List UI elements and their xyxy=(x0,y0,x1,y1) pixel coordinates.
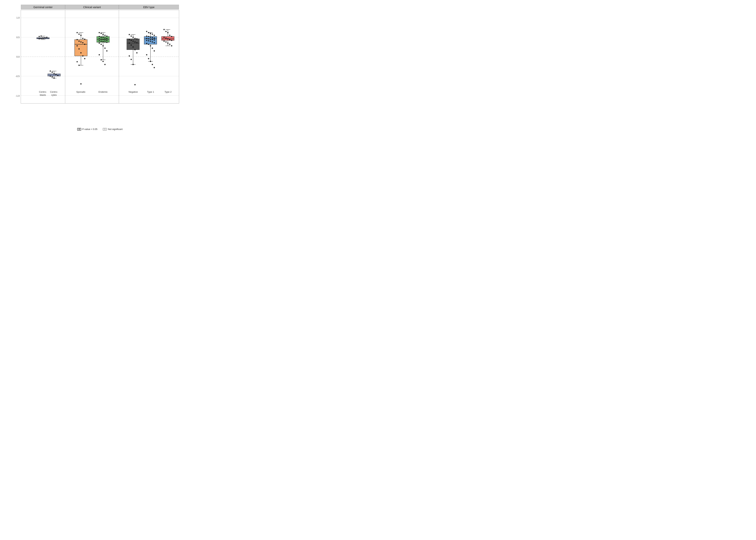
svg-point-50 xyxy=(76,45,78,47)
svg-point-83 xyxy=(106,42,107,43)
svg-point-76 xyxy=(102,39,104,40)
svg-point-105 xyxy=(131,40,132,41)
svg-point-104 xyxy=(129,39,130,40)
chart-container: Germinal centerClinical variantEBV type … xyxy=(6,3,183,132)
svg-point-174 xyxy=(171,45,172,47)
x-label-3: Endemic xyxy=(98,90,108,93)
facet-header-1: Clinical variant xyxy=(65,5,119,9)
svg-point-75 xyxy=(101,39,102,40)
svg-point-161 xyxy=(166,31,167,32)
svg-point-168 xyxy=(169,39,171,40)
svg-point-152 xyxy=(152,64,153,65)
svg-point-147 xyxy=(152,48,153,49)
svg-point-127 xyxy=(152,34,153,35)
svg-point-126 xyxy=(150,33,151,34)
svg-point-117 xyxy=(134,84,136,85)
svg-point-163 xyxy=(169,35,171,36)
svg-point-43 xyxy=(82,38,83,39)
svg-point-141 xyxy=(150,41,151,42)
svg-point-53 xyxy=(82,55,83,57)
y-tick-label: -0.5 xyxy=(16,75,20,77)
svg-point-99 xyxy=(129,34,130,35)
svg-point-72 xyxy=(104,38,106,39)
svg-point-69 xyxy=(99,36,100,37)
svg-point-67 xyxy=(104,35,106,36)
svg-point-116 xyxy=(132,64,134,65)
svg-rect-93 xyxy=(127,39,139,50)
svg-point-166 xyxy=(166,38,167,39)
svg-point-51 xyxy=(78,48,80,50)
svg-point-44 xyxy=(84,39,85,40)
svg-point-151 xyxy=(150,61,151,62)
svg-point-124 xyxy=(146,31,147,32)
svg-point-48 xyxy=(82,42,83,43)
svg-point-71 xyxy=(102,37,104,38)
svg-point-18 xyxy=(39,36,40,37)
svg-point-107 xyxy=(134,41,136,43)
svg-point-49 xyxy=(84,44,85,45)
legend-box-significant xyxy=(77,128,81,130)
svg-point-79 xyxy=(99,40,100,42)
svg-point-40 xyxy=(76,32,78,33)
svg-point-162 xyxy=(167,32,169,33)
svg-point-16 xyxy=(44,37,46,38)
svg-point-87 xyxy=(104,48,106,49)
legend-label-not-significant: Not significant xyxy=(108,128,123,130)
svg-point-31 xyxy=(50,75,51,77)
svg-point-33 xyxy=(54,77,55,79)
svg-point-164 xyxy=(171,36,172,37)
svg-point-85 xyxy=(101,44,102,45)
svg-point-171 xyxy=(166,41,167,43)
svg-point-160 xyxy=(164,29,165,30)
svg-point-13 xyxy=(39,38,40,40)
svg-point-66 xyxy=(102,34,104,35)
svg-point-32 xyxy=(52,76,53,77)
x-labels-container: Centro-blastsCentro-cytesSporadicEndemic… xyxy=(21,89,179,103)
svg-point-42 xyxy=(80,35,81,36)
svg-point-17 xyxy=(46,37,47,38)
svg-point-28 xyxy=(54,73,55,74)
svg-point-100 xyxy=(131,36,132,37)
svg-point-81 xyxy=(102,41,104,42)
svg-point-54 xyxy=(84,58,85,59)
svg-point-169 xyxy=(171,40,172,41)
svg-point-45 xyxy=(76,39,78,40)
svg-point-52 xyxy=(80,52,81,54)
svg-point-84 xyxy=(99,43,100,44)
legend-items: P-value < 0.05 Not significant xyxy=(77,128,123,130)
svg-point-88 xyxy=(106,50,107,52)
svg-point-92 xyxy=(104,64,106,65)
svg-point-82 xyxy=(104,41,106,43)
svg-point-90 xyxy=(101,59,102,61)
svg-point-114 xyxy=(129,55,130,57)
svg-point-165 xyxy=(164,37,165,38)
facet-header-0: Germinal center xyxy=(21,5,65,9)
x-label-0: Centro-blasts xyxy=(39,90,47,97)
svg-point-131 xyxy=(150,37,151,38)
y-tick-label: -1.0 xyxy=(16,94,20,97)
svg-point-65 xyxy=(101,33,102,34)
y-tick-label: 0.5 xyxy=(16,36,20,39)
svg-point-172 xyxy=(167,43,169,44)
svg-point-103 xyxy=(136,38,138,40)
x-label-5: Type 1 xyxy=(147,90,154,93)
y-tick-label: 1.0 xyxy=(16,16,20,19)
legend-area: P-value < 0.05 Not significant xyxy=(21,127,179,130)
svg-point-142 xyxy=(152,41,153,43)
facet-header-2: EBV type xyxy=(119,5,179,9)
svg-point-89 xyxy=(99,54,100,56)
x-label-1: Centro-cytes xyxy=(50,90,58,97)
svg-point-19 xyxy=(41,36,42,37)
svg-point-138 xyxy=(154,40,155,41)
svg-point-128 xyxy=(154,35,155,36)
svg-point-153 xyxy=(154,67,155,68)
svg-point-113 xyxy=(136,52,138,54)
svg-point-150 xyxy=(148,58,149,59)
svg-point-132 xyxy=(152,37,153,38)
svg-point-27 xyxy=(52,71,53,73)
svg-point-173 xyxy=(169,44,171,45)
svg-point-167 xyxy=(167,38,169,40)
svg-point-68 xyxy=(106,36,107,37)
svg-point-137 xyxy=(152,39,153,40)
svg-point-102 xyxy=(134,38,136,39)
